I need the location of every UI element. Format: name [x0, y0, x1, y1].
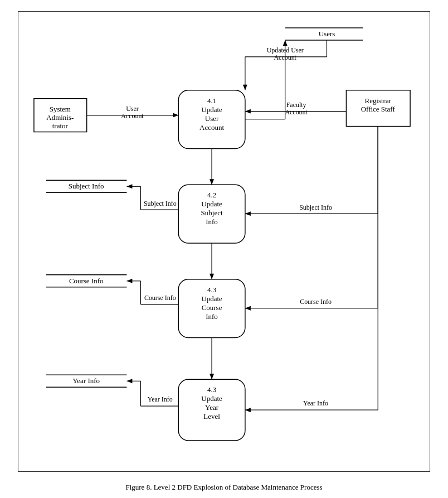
arrow-p41-to-p42	[210, 179, 214, 185]
process-43course-label4: Info	[206, 312, 218, 321]
user-account-label2: Account	[121, 112, 144, 120]
arrow-p43course-to-course-store	[126, 279, 132, 283]
process-43year-label4: Level	[203, 412, 220, 420]
arrow-p42-to-subject-store	[126, 184, 132, 188]
course-info-from-reg-label: Course Info	[300, 298, 332, 306]
arrow-p43course-to-p43year	[210, 374, 214, 379]
subject-info-datastore-label: Subject Info	[69, 182, 104, 190]
year-info-datastore-label: Year Info	[72, 376, 100, 385]
faculty-account-label1: Faculty	[286, 101, 306, 109]
process-41-label1: 4.1	[207, 96, 216, 105]
user-account-label1: User	[126, 105, 139, 113]
process-42-label4: Info	[206, 217, 218, 226]
faculty-account-label2: Account	[285, 108, 308, 116]
process-41-label3: User	[205, 114, 219, 123]
system-admin-label3: trator	[52, 122, 69, 130]
arrow-p41-to-users	[283, 40, 288, 46]
arrow-registrar-to-p43course	[245, 306, 251, 311]
arrow-p42-to-p43course	[210, 274, 214, 279]
process-43year-label1: 4.3	[207, 385, 216, 394]
arrow-registrar-to-p42	[245, 211, 251, 216]
arrow-p43year-to-year-store	[126, 379, 132, 383]
subject-info-from-reg-label: Subject Info	[299, 204, 332, 211]
system-admin-label: System	[50, 105, 71, 113]
process-41-label2: Update	[201, 105, 222, 114]
course-info-datastore-label: Course Info	[69, 277, 104, 285]
process-42-label2: Update	[201, 200, 222, 208]
process-42-label1: 4.2	[207, 191, 216, 199]
figure-caption: Figure 8. Level 2 DFD Explosion of Datab…	[125, 483, 322, 492]
process-41-label4: Account	[199, 123, 224, 132]
arrow-admin-to-p41	[173, 113, 178, 118]
process-43course-label2: Update	[201, 294, 222, 303]
year-info-to-store-label: Year Info	[148, 395, 173, 403]
year-info-from-reg-label: Year Info	[303, 399, 328, 407]
process-42-label3: Subject	[201, 209, 223, 217]
subject-info-to-store-label: Subject Info	[144, 200, 177, 207]
course-info-to-store-label: Course Info	[144, 294, 176, 302]
registrar-label2: Office Staff	[361, 105, 396, 113]
arrow-users-to-p41	[243, 85, 247, 90]
process-43year-label3: Year	[205, 403, 219, 412]
system-admin-label2: Adminis-	[46, 113, 74, 122]
diagram-container: Users Subject Info Course Info Year Info…	[18, 11, 430, 472]
process-43course-label3: Course	[202, 303, 222, 312]
arrow-registrar-to-p41	[245, 109, 251, 114]
process-43course-label1: 4.3	[207, 286, 216, 294]
arrow-registrar-to-p43year	[245, 408, 251, 412]
registrar-label1: Registrar	[365, 96, 392, 105]
users-datastore-label: Users	[319, 30, 335, 38]
process-43year-label2: Update	[201, 394, 222, 403]
